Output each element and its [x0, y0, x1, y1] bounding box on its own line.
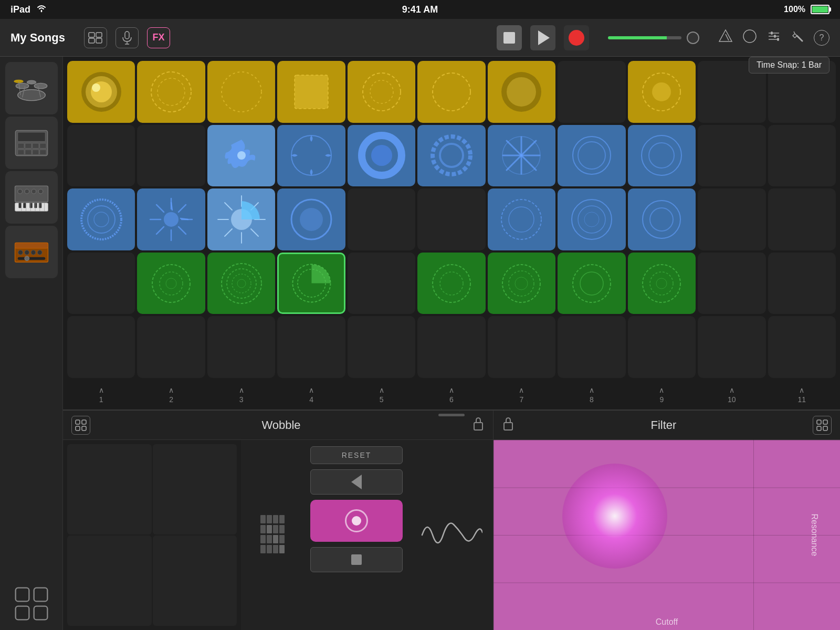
cell-3-2[interactable]: [137, 188, 205, 250]
cell-5-5[interactable]: [348, 316, 415, 378]
cell-5-9[interactable]: [628, 316, 696, 378]
cell-2-5[interactable]: [348, 125, 415, 187]
cell-5-6[interactable]: [417, 316, 485, 378]
cell-1-6[interactable]: [417, 61, 485, 123]
cell-2-10[interactable]: [698, 125, 765, 187]
col-6[interactable]: ∧ 6: [417, 382, 485, 407]
cell-1-9[interactable]: [628, 61, 696, 123]
cell-1-3[interactable]: [207, 61, 275, 123]
play-button[interactable]: [530, 25, 555, 50]
cell-2-3[interactable]: [207, 125, 275, 187]
cell-2-9[interactable]: [628, 125, 696, 187]
col-3[interactable]: ∧ 3: [207, 382, 275, 407]
col-2[interactable]: ∧ 2: [137, 382, 205, 407]
tools-icon[interactable]: [791, 29, 804, 46]
filter-scene-icon[interactable]: [813, 416, 832, 435]
filter-xy-pad[interactable]: Cutoff Resonance: [494, 440, 840, 630]
cell-2-7[interactable]: [488, 125, 555, 187]
cell-1-1[interactable]: [67, 61, 135, 123]
cell-4-2[interactable]: [137, 253, 205, 314]
cell-5-3[interactable]: [207, 316, 275, 378]
sidebar-item-analog[interactable]: [5, 226, 58, 278]
wobble-xy-pad[interactable]: [63, 440, 241, 630]
sidebar-item-mpc[interactable]: [5, 117, 58, 169]
cell-4-4[interactable]: [277, 253, 345, 314]
help-icon[interactable]: ?: [814, 30, 830, 46]
col-9[interactable]: ∧ 9: [628, 382, 696, 407]
cell-grid: [63, 57, 840, 382]
cell-1-7[interactable]: [488, 61, 555, 123]
volume-control[interactable]: [608, 32, 699, 44]
wobble-pad-tl[interactable]: [67, 444, 152, 534]
cell-3-10[interactable]: [698, 188, 765, 250]
wobble-pad-bl[interactable]: [67, 536, 152, 626]
sidebar-item-drums[interactable]: [5, 62, 58, 114]
volume-knob[interactable]: [687, 32, 699, 44]
cell-2-6[interactable]: [417, 125, 485, 187]
col-8[interactable]: ∧ 8: [558, 382, 625, 407]
cell-5-2[interactable]: [137, 316, 205, 378]
cell-4-9[interactable]: [628, 253, 696, 314]
record-loop-button[interactable]: [310, 500, 403, 542]
cell-1-4[interactable]: [277, 61, 345, 123]
cell-5-11[interactable]: [768, 316, 836, 378]
cell-4-1[interactable]: [67, 253, 135, 314]
cell-2-8[interactable]: [558, 125, 625, 187]
metronome-icon[interactable]: [718, 29, 733, 47]
loop-icon[interactable]: [742, 29, 757, 47]
svg-point-143: [643, 265, 680, 302]
panel-drag-handle[interactable]: [438, 414, 465, 416]
cell-4-7[interactable]: [488, 253, 555, 314]
filter-lock-icon[interactable]: [502, 416, 514, 434]
cell-3-11[interactable]: [768, 188, 836, 250]
mixer-icon[interactable]: [766, 29, 781, 47]
cell-5-1[interactable]: [67, 316, 135, 378]
cell-5-4[interactable]: [277, 316, 345, 378]
cell-1-2[interactable]: [137, 61, 205, 123]
cell-4-11[interactable]: [768, 253, 836, 314]
volume-bar[interactable]: [608, 36, 681, 39]
cell-2-1[interactable]: [67, 125, 135, 187]
cell-3-5[interactable]: [348, 188, 415, 250]
sidebar-grid-view[interactable]: [10, 583, 52, 625]
sidebar-item-synth[interactable]: [5, 171, 58, 224]
fx-button[interactable]: FX: [147, 27, 170, 48]
cell-4-10[interactable]: [698, 253, 765, 314]
wobble-pad-tr[interactable]: [153, 444, 237, 534]
record-button[interactable]: [564, 25, 589, 50]
col-5[interactable]: ∧ 5: [348, 382, 415, 407]
col-10[interactable]: ∧ 10: [698, 382, 765, 407]
cell-3-4[interactable]: [277, 188, 345, 250]
col-4[interactable]: ∧ 4: [277, 382, 345, 407]
reset-button[interactable]: RESET: [310, 446, 403, 464]
cell-5-10[interactable]: [698, 316, 765, 378]
back-button[interactable]: [310, 469, 403, 495]
wobble-pad-br[interactable]: [153, 536, 237, 626]
wobble-lock-icon[interactable]: [472, 416, 485, 434]
cell-3-7[interactable]: [488, 188, 555, 250]
screens-button[interactable]: [84, 27, 107, 48]
cell-3-8[interactable]: [558, 188, 625, 250]
cell-1-8[interactable]: [558, 61, 625, 123]
wobble-scene-icon[interactable]: [71, 416, 90, 435]
cell-1-5[interactable]: [348, 61, 415, 123]
cell-3-6[interactable]: [417, 188, 485, 250]
cell-4-3[interactable]: [207, 253, 275, 314]
mic-button[interactable]: [116, 27, 139, 48]
cell-2-2[interactable]: [137, 125, 205, 187]
cell-3-3[interactable]: [207, 188, 275, 250]
cell-3-9[interactable]: [628, 188, 696, 250]
col-7[interactable]: ∧ 7: [488, 382, 555, 407]
stop-button[interactable]: [497, 25, 522, 50]
cell-5-8[interactable]: [558, 316, 625, 378]
cell-4-8[interactable]: [558, 253, 625, 314]
col-11[interactable]: ∧ 11: [768, 382, 836, 407]
stop-loop-button[interactable]: [310, 547, 403, 572]
cell-4-6[interactable]: [417, 253, 485, 314]
cell-2-4[interactable]: [277, 125, 345, 187]
cell-2-11[interactable]: [768, 125, 836, 187]
cell-5-7[interactable]: [488, 316, 555, 378]
col-1[interactable]: ∧ 1: [67, 382, 135, 407]
cell-3-1[interactable]: [67, 188, 135, 250]
cell-4-5[interactable]: [348, 253, 415, 314]
